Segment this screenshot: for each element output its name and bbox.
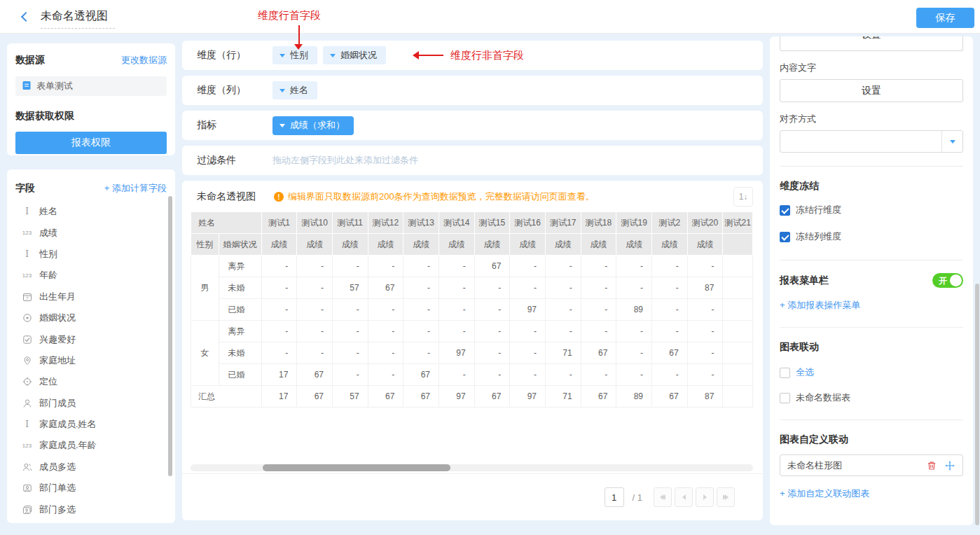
pivot-value-cell: - (261, 342, 297, 364)
add-menu-link[interactable]: + 添加报表操作菜单 (780, 299, 860, 312)
field-item[interactable]: I家庭成员.姓名 (15, 414, 167, 435)
trash-icon[interactable] (926, 460, 937, 471)
annotation-first-field: 维度行首字段 (258, 9, 321, 22)
pivot-value-cell: 87 (687, 277, 723, 299)
field-item[interactable]: 部门多选 (15, 499, 167, 520)
field-item[interactable]: 部门单选 (15, 478, 167, 499)
pivot-value-cell: - (439, 256, 475, 277)
page-scrollbar-thumb[interactable] (975, 284, 979, 525)
content-text-settings-button[interactable]: 设置 (780, 79, 963, 102)
pivot-value-cell: - (332, 342, 368, 364)
linkage-item-checkbox-row[interactable]: 未命名数据表 (780, 391, 963, 404)
page-title[interactable]: 未命名透视图 (41, 9, 115, 29)
menu-bar-toggle[interactable]: 开 (932, 273, 963, 288)
select-all-label[interactable]: 全选 (796, 366, 814, 379)
double-chevron-left-icon (661, 494, 665, 500)
pivot-summary-value: 67 (581, 386, 616, 408)
filter-label: 过滤条件 (197, 154, 272, 167)
field-label: 性别 (39, 248, 57, 260)
double-chevron-right-icon (724, 494, 728, 500)
pivot-value-cell: - (687, 256, 723, 277)
dimension-tag[interactable]: 成绩（求和） (272, 116, 354, 135)
field-item[interactable]: 7出生年月 (15, 286, 167, 307)
field-item[interactable]: 成员多选 (15, 457, 167, 478)
member-icon (21, 398, 33, 408)
align-select[interactable] (780, 130, 963, 153)
form-document-icon (22, 81, 32, 92)
sort-icon[interactable]: 1↓ (733, 187, 753, 207)
prev-page-button[interactable] (675, 487, 693, 507)
checkbox-unchecked-icon[interactable] (780, 393, 790, 403)
datasource-item[interactable]: 表单测试 (15, 76, 167, 96)
horizontal-scrollbar[interactable] (191, 464, 753, 471)
horizontal-scrollbar-thumb[interactable] (263, 464, 450, 471)
pivot-corner-header: 姓名 (191, 212, 262, 234)
field-item[interactable]: 123年龄 (15, 265, 167, 286)
add-custom-linkage-link[interactable]: + 添加自定义联动图表 (780, 487, 869, 500)
dimension-tag[interactable]: 姓名 (272, 81, 317, 99)
pivot-col-header: 测试14 (439, 212, 475, 234)
filter-row[interactable]: 过滤条件 拖动左侧字段到此处来添加过滤条件 (182, 146, 763, 175)
pivot-subheader-row: 性别婚姻状况成绩成绩成绩成绩成绩成绩成绩成绩成绩成绩成绩成绩成绩 (191, 234, 753, 256)
pivot-value-cell: 71 (546, 342, 581, 364)
last-page-button[interactable] (717, 487, 735, 507)
field-item[interactable]: 123成绩 (15, 222, 167, 243)
save-button[interactable]: 保存 (916, 8, 974, 28)
pivot-metric-header: 成绩 (261, 234, 297, 256)
select-all-checkbox-row[interactable]: 全选 (780, 366, 963, 379)
move-icon[interactable] (944, 460, 955, 471)
report-permission-button[interactable]: 报表权限 (15, 132, 167, 154)
pivot-value-cell: - (368, 321, 403, 342)
text-icon: I (21, 207, 33, 216)
fields-scrollbar[interactable] (168, 196, 172, 476)
field-label: 兴趣爱好 (39, 333, 76, 346)
field-item[interactable]: 123家庭成员.年龄 (15, 435, 167, 456)
pivot-value-cell: 97 (510, 299, 546, 321)
custom-linkage-item[interactable]: 未命名柱形图 (780, 454, 963, 476)
pivot-table: 姓名测试1测试10测试11测试12测试13测试14测试15测试16测试17测试1… (191, 211, 753, 408)
text-icon: I (21, 249, 33, 259)
pivot-row: 女离异------------- (191, 321, 753, 342)
pivot-row: 已婚1767--67-------- (191, 364, 753, 386)
date-icon: 7 (21, 292, 33, 302)
field-item[interactable]: 部门成员 (15, 393, 167, 414)
back-button[interactable] (20, 12, 31, 23)
field-label: 定位 (39, 375, 57, 388)
pivot-value-cell: - (332, 321, 368, 342)
pivot-col-header: 测试18 (581, 212, 616, 234)
field-item[interactable]: I性别 (15, 244, 167, 265)
top-bar: 未命名透视图 保存 (0, 0, 980, 34)
field-item[interactable]: 家庭地址 (15, 350, 167, 371)
first-page-button[interactable] (654, 487, 672, 507)
page-input[interactable]: 1 (605, 487, 624, 507)
page-total: / 1 (633, 492, 642, 503)
dimension-tag[interactable]: 婚姻状况 (323, 46, 386, 64)
pivot-subgroup-label: 未婚 (219, 342, 261, 364)
field-item[interactable]: 兴趣爱好 (15, 328, 167, 349)
next-page-button[interactable] (696, 487, 714, 507)
checkbox-unchecked-icon[interactable] (780, 368, 790, 378)
pivot-metric-header: 成绩 (510, 234, 546, 256)
freeze-row-checkbox-row[interactable]: 冻结行维度 (780, 204, 963, 216)
field-label: 婚姻状况 (39, 312, 76, 324)
freeze-col-checkbox-row[interactable]: 冻结列维度 (780, 230, 963, 243)
pivot-row: 已婚-------97--89-- (191, 299, 753, 321)
pivot-value-cell: - (332, 256, 368, 277)
field-item[interactable]: 婚姻状况 (15, 307, 167, 328)
pivot-value-cell: - (297, 277, 333, 299)
preview-title: 未命名透视图 (197, 190, 256, 203)
pivot-value-cell: - (510, 364, 546, 386)
pivot-value-cell: - (581, 256, 616, 277)
pivot-value-cell: - (546, 299, 581, 321)
pivot-value-cell: - (581, 321, 616, 342)
pivot-value-cell: - (652, 277, 688, 299)
tag-label: 性别 (290, 49, 308, 62)
checkbox-checked-icon[interactable] (780, 205, 790, 216)
clipped-settings-button[interactable]: 设置 (780, 36, 963, 51)
field-item[interactable]: I姓名 (15, 201, 167, 222)
add-calculated-field-link[interactable]: + 添加计算字段 (104, 182, 167, 195)
change-datasource-link[interactable]: 更改数据源 (121, 54, 167, 67)
field-item[interactable]: 定位 (15, 371, 167, 392)
checkbox-checked-icon[interactable] (780, 232, 790, 242)
row-dimension-tags: 性别婚姻状况 (272, 46, 386, 64)
